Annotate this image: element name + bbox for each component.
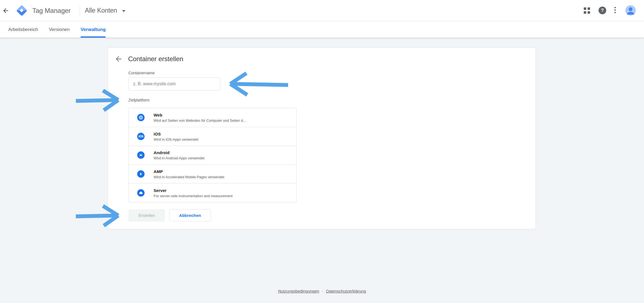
platform-option-ios[interactable]: iOS iOS Wird in iOS-Apps verwendet	[129, 127, 296, 146]
apps-grid-icon[interactable]	[584, 7, 590, 14]
container-name-input[interactable]	[128, 77, 220, 90]
platform-option-web[interactable]: Web Wird auf Seiten von Websites für Com…	[129, 108, 296, 127]
ios-icon: iOS	[137, 133, 145, 140]
tab-arbeitsbereich[interactable]: Arbeitsbereich	[8, 21, 38, 38]
more-options-icon[interactable]	[614, 7, 617, 13]
platform-description: Wird in Accelerated Mobile Pages verwend…	[154, 175, 224, 179]
platform-name: Server	[154, 188, 232, 193]
target-platform-label: Zielplattform	[128, 98, 150, 102]
top-app-bar: Tag Manager Alle Konten ?	[0, 0, 644, 21]
platform-name: Web	[154, 112, 246, 118]
account-switcher[interactable]: Alle Konten	[85, 0, 125, 21]
container-name-label: Containername	[128, 71, 155, 75]
user-avatar[interactable]	[625, 5, 636, 16]
globe-icon	[137, 114, 145, 121]
platform-option-android[interactable]: Android Wird in Android-Apps verwendet	[129, 146, 296, 165]
tab-verwaltung[interactable]: Verwaltung	[81, 21, 106, 38]
footer: Nutzungsbedingungen·Datenschutzerklärung	[0, 289, 644, 293]
person-icon	[625, 5, 636, 16]
footer-separator: ·	[322, 289, 323, 293]
target-platform-list: Web Wird auf Seiten von Websites für Com…	[128, 108, 297, 202]
platform-name: Android	[154, 150, 205, 155]
cancel-button[interactable]: Abbrechen	[169, 209, 211, 222]
platform-name: AMP	[154, 169, 224, 174]
platform-description: Wird in iOS-Apps verwendet	[154, 137, 198, 141]
account-switcher-label: Alle Konten	[85, 7, 117, 14]
platform-description: For server-side instrumentation and meas…	[154, 194, 232, 198]
product-name: Tag Manager	[32, 0, 71, 21]
page-title: Container erstellen	[128, 55, 183, 63]
cloud-icon	[137, 189, 145, 197]
create-button[interactable]: Erstellen	[128, 209, 165, 222]
gtm-admin-screen: Tag Manager Alle Konten ? Arbeitsbereich…	[0, 0, 644, 303]
tag-manager-logo-icon[interactable]	[16, 4, 28, 16]
section-tabs: Arbeitsbereich Versionen Verwaltung	[0, 21, 644, 38]
card-back-icon[interactable]	[114, 55, 123, 63]
android-icon	[137, 151, 145, 159]
terms-link[interactable]: Nutzungsbedingungen	[278, 289, 319, 293]
platform-option-server[interactable]: Server For server-side instrumentation a…	[129, 183, 296, 202]
platform-name: iOS	[154, 131, 198, 137]
platform-description: Wird auf Seiten von Websites für Compute…	[154, 118, 246, 123]
platform-description: Wird in Android-Apps verwendet	[154, 156, 205, 160]
tab-versionen[interactable]: Versionen	[49, 21, 70, 38]
help-icon[interactable]: ?	[599, 7, 606, 14]
privacy-link[interactable]: Datenschutzerklärung	[326, 289, 366, 293]
chevron-down-icon	[122, 10, 125, 12]
topbar-divider	[80, 6, 80, 15]
amp-icon	[137, 170, 145, 178]
platform-option-amp[interactable]: AMP Wird in Accelerated Mobile Pages ver…	[129, 165, 296, 183]
create-container-card: Container erstellen Containername Zielpl…	[108, 47, 536, 229]
browser-back-icon[interactable]	[2, 7, 9, 14]
